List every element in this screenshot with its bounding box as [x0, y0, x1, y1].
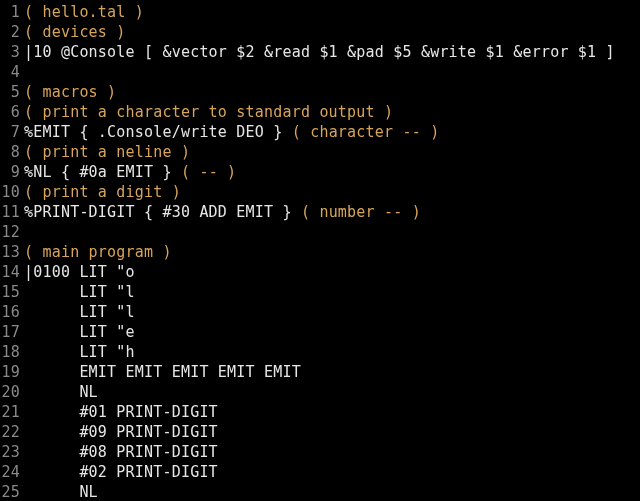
line-content: #08 PRINT-DIGIT	[24, 442, 640, 462]
line-number: 12	[0, 222, 24, 242]
token: %PRINT-DIGIT { #30 ADD EMIT }	[24, 203, 301, 221]
code-line: 22 #09 PRINT-DIGIT	[0, 422, 640, 442]
line-number: 15	[0, 282, 24, 302]
code-line: 25 NL	[0, 482, 640, 501]
code-line: 12	[0, 222, 640, 242]
line-content: ( print a digit )	[24, 182, 640, 202]
token: ( -- )	[181, 163, 236, 181]
line-number: 22	[0, 422, 24, 442]
code-line: 8( print a neline )	[0, 142, 640, 162]
line-number: 7	[0, 122, 24, 142]
token: ( devices )	[24, 23, 126, 41]
code-line: 21 #01 PRINT-DIGIT	[0, 402, 640, 422]
line-content: %NL { #0a EMIT } ( -- )	[24, 162, 640, 182]
code-line: 20 NL	[0, 382, 640, 402]
line-content: ( devices )	[24, 22, 640, 42]
code-editor: 1( hello.tal )2( devices )3|10 @Console …	[0, 0, 640, 501]
token: ( number -- )	[301, 203, 421, 221]
code-line: 9%NL { #0a EMIT } ( -- )	[0, 162, 640, 182]
code-line: 24 #02 PRINT-DIGIT	[0, 462, 640, 482]
code-line: 13( main program )	[0, 242, 640, 262]
line-content: ( macros )	[24, 82, 640, 102]
token: #09 PRINT-DIGIT	[24, 423, 218, 441]
token: LIT "l	[24, 303, 135, 321]
line-content: |0100 LIT "o	[24, 262, 640, 282]
line-content: ( print a character to standard output )	[24, 102, 640, 122]
line-number: 18	[0, 342, 24, 362]
token: |0100 LIT "o	[24, 263, 135, 281]
code-line: 17 LIT "e	[0, 322, 640, 342]
line-number: 4	[0, 62, 24, 82]
line-content: LIT "h	[24, 342, 640, 362]
line-content: LIT "l	[24, 302, 640, 322]
line-content: ( print a neline )	[24, 142, 640, 162]
code-line: 1( hello.tal )	[0, 2, 640, 22]
line-number: 16	[0, 302, 24, 322]
line-number: 19	[0, 362, 24, 382]
line-number: 2	[0, 22, 24, 42]
line-content: NL	[24, 482, 640, 501]
line-number: 13	[0, 242, 24, 262]
line-number: 3	[0, 42, 24, 62]
code-line: 4	[0, 62, 640, 82]
line-content: %PRINT-DIGIT { #30 ADD EMIT } ( number -…	[24, 202, 640, 222]
code-line: 3|10 @Console [ &vector $2 &read $1 &pad…	[0, 42, 640, 62]
code-line: 7%EMIT { .Console/write DEO } ( characte…	[0, 122, 640, 142]
line-content: %EMIT { .Console/write DEO } ( character…	[24, 122, 640, 142]
line-content: LIT "e	[24, 322, 640, 342]
token: |10 @Console [ &vector $2 &read $1 &pad …	[24, 43, 615, 61]
code-line: 11%PRINT-DIGIT { #30 ADD EMIT } ( number…	[0, 202, 640, 222]
line-number: 17	[0, 322, 24, 342]
code-line: 6( print a character to standard output …	[0, 102, 640, 122]
line-number: 9	[0, 162, 24, 182]
token: ( print a digit )	[24, 183, 181, 201]
code-line: 16 LIT "l	[0, 302, 640, 322]
token: LIT "h	[24, 343, 135, 361]
line-number: 21	[0, 402, 24, 422]
token: LIT "l	[24, 283, 135, 301]
line-number: 20	[0, 382, 24, 402]
line-content: EMIT EMIT EMIT EMIT EMIT	[24, 362, 640, 382]
code-line: 14|0100 LIT "o	[0, 262, 640, 282]
line-number: 6	[0, 102, 24, 122]
token: #02 PRINT-DIGIT	[24, 463, 218, 481]
token: ( main program )	[24, 243, 172, 261]
token: ( macros )	[24, 83, 116, 101]
line-content: #01 PRINT-DIGIT	[24, 402, 640, 422]
line-number: 8	[0, 142, 24, 162]
line-number: 11	[0, 202, 24, 222]
line-number: 1	[0, 2, 24, 22]
token: ( character -- )	[292, 123, 440, 141]
code-line: 23 #08 PRINT-DIGIT	[0, 442, 640, 462]
token: #01 PRINT-DIGIT	[24, 403, 218, 421]
line-content: |10 @Console [ &vector $2 &read $1 &pad …	[24, 42, 640, 62]
code-line: 18 LIT "h	[0, 342, 640, 362]
code-line: 10( print a digit )	[0, 182, 640, 202]
token: EMIT EMIT EMIT EMIT EMIT	[24, 363, 301, 381]
token: #08 PRINT-DIGIT	[24, 443, 218, 461]
line-number: 14	[0, 262, 24, 282]
token: ( hello.tal )	[24, 3, 144, 21]
token: NL	[24, 483, 98, 501]
token: %NL { #0a EMIT }	[24, 163, 181, 181]
line-content	[24, 222, 640, 242]
token: ( print a character to standard output )	[24, 103, 393, 121]
line-content: NL	[24, 382, 640, 402]
line-content: ( main program )	[24, 242, 640, 262]
line-number: 10	[0, 182, 24, 202]
line-number: 24	[0, 462, 24, 482]
line-content: ( hello.tal )	[24, 2, 640, 22]
line-content: LIT "l	[24, 282, 640, 302]
code-line: 15 LIT "l	[0, 282, 640, 302]
line-number: 5	[0, 82, 24, 102]
line-number: 23	[0, 442, 24, 462]
line-content	[24, 62, 640, 82]
line-content: #02 PRINT-DIGIT	[24, 462, 640, 482]
line-number: 25	[0, 482, 24, 501]
code-line: 2( devices )	[0, 22, 640, 42]
token: %EMIT { .Console/write DEO }	[24, 123, 292, 141]
line-content: #09 PRINT-DIGIT	[24, 422, 640, 442]
code-line: 19 EMIT EMIT EMIT EMIT EMIT	[0, 362, 640, 382]
code-line: 5( macros )	[0, 82, 640, 102]
token: ( print a neline )	[24, 143, 190, 161]
